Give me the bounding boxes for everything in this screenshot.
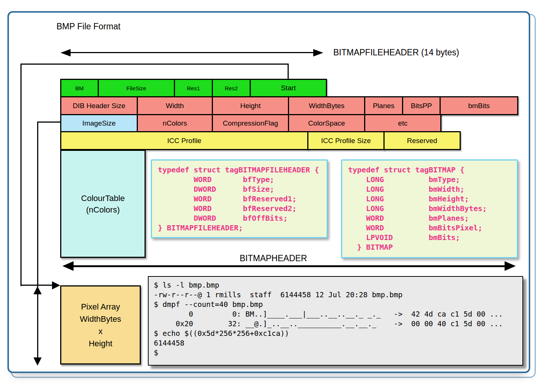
bottom-arrow-line [71, 265, 509, 267]
terminal-box: $ ls -l bmp.bmp -rw-r--r--@ 1 rmills sta… [148, 276, 523, 366]
byte-cell-bm: BM [60, 79, 99, 97]
byte-cell-start: Start [250, 79, 327, 97]
byte-cell-reserved: Reserved [383, 131, 461, 150]
byte-cell-icc-profile-size: ICC Profile Size [307, 131, 385, 150]
bitmapfileheader-struct-code: typedef struct tagBITMAPFILEHEADER { WOR… [158, 165, 327, 233]
height-arrow-line [37, 292, 38, 359]
bitmapfileheader-struct-box: typedef struct tagBITMAPFILEHEADER { WOR… [151, 159, 328, 238]
connector-start-horizontal [20, 64, 289, 65]
bitmapfileheader-label: BITMAPFILEHEADER (14 bytes) [333, 48, 459, 58]
connector-imagesize-horizontal [37, 122, 61, 123]
connector-imagesize-vertical [37, 122, 38, 287]
colour-table-sublabel: (nColors) [86, 204, 120, 216]
byte-cell-res1: Res1 [174, 79, 213, 97]
top-arrow-right-head-icon [313, 49, 323, 56]
terminal-output: $ ls -l bmp.bmp -rw-r--r--@ 1 rmills sta… [149, 277, 522, 358]
byte-cell-dib-header-size: DIB Header Size [60, 96, 138, 115]
height-arrow-up-head-icon [33, 286, 42, 294]
colour-table-box: ColourTable (nColors) [60, 150, 146, 258]
bottom-arrow-left-head-icon [62, 261, 74, 271]
bitmap-struct-box: typedef struct tagBITMAP { LONG bmType; … [341, 159, 518, 258]
colour-table-label: ColourTable [81, 192, 124, 204]
byte-cell-res2: Res2 [212, 79, 251, 97]
byte-cell-icc-profile: ICC Profile [60, 131, 308, 150]
bottom-arrow-right-head-icon [505, 261, 516, 271]
connector-start-vertical [20, 64, 22, 286]
connector-start-drop [288, 64, 289, 79]
height-arrow-down-head-icon [33, 357, 42, 366]
byte-cell-ncolors: nColors [137, 114, 213, 132]
byte-cell-filesize: FileSize [98, 79, 175, 97]
bitmap-struct-code: typedef struct tagBITMAP { LONG bmType; … [348, 165, 517, 252]
pixel-array-box: Pixel Array WidthBytes x Height [60, 285, 141, 365]
byte-cell-widthbytes: WidthBytes [288, 96, 365, 115]
bmp-file-format-diagram: BMP File Format BITMAPFILEHEADER (14 byt… [0, 0, 541, 392]
page-title: BMP File Format [56, 22, 120, 32]
byte-cell-colorspace: ColorSpace [288, 114, 365, 132]
byte-cell-bmbits: bmBits [440, 96, 518, 115]
byte-cell-height: Height [212, 96, 289, 115]
byte-cell-compressionflag: CompressionFlag [212, 114, 289, 132]
top-arrow-left-head-icon [61, 49, 71, 56]
byte-cell-width: Width [137, 96, 213, 115]
byte-cell-etc: etc [364, 114, 441, 132]
bitmapheader-label: BITMAPHEADER [240, 253, 307, 263]
byte-cell-imagesize: ImageSize [60, 114, 138, 132]
byte-cell-bitspp: BitsPP [402, 96, 441, 115]
connector-pixel-arrow-head-icon [52, 281, 60, 289]
byte-cell-planes: Planes [364, 96, 403, 115]
top-arrow-line [67, 52, 318, 53]
